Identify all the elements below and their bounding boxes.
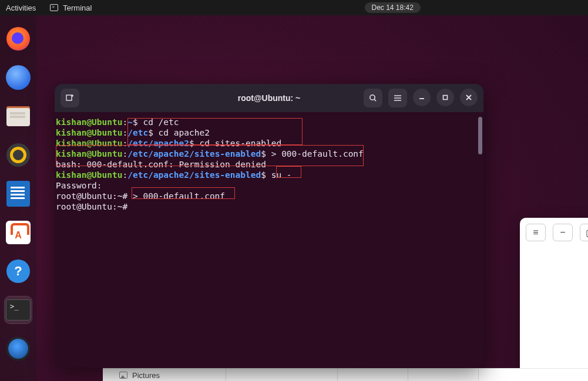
bg-hamburger-button[interactable]: ≡: [526, 224, 546, 241]
terminal-line: root@Ubuntu:~#: [55, 201, 483, 212]
svg-rect-0: [66, 95, 72, 100]
firefox-icon[interactable]: [4, 25, 32, 53]
search-icon: [368, 93, 378, 103]
terminal-line: bash: 000-default.conf: Permission denie…: [55, 159, 483, 170]
camera-icon[interactable]: [4, 335, 32, 363]
svg-rect-2: [443, 96, 448, 100]
terminal-window[interactable]: root@Ubuntu: ~ kisha: [55, 84, 483, 367]
search-button[interactable]: [364, 89, 382, 107]
terminal-line: kishan@Ubuntu:/etc$ cd apache2: [55, 127, 483, 138]
files-cell-empty-2: [338, 369, 408, 381]
new-tab-button[interactable]: [61, 89, 79, 107]
terminal-line: kishan@Ubuntu:/etc/apache2/sites-enabled…: [55, 170, 483, 180]
scrollbar-thumb[interactable]: [478, 117, 482, 154]
dock: ?: [0, 15, 36, 381]
close-button[interactable]: [460, 89, 478, 106]
minimize-icon: [418, 93, 426, 102]
bg-minimize-button[interactable]: −: [553, 224, 573, 241]
app-indicator-label: Terminal: [63, 4, 92, 12]
files-cell-empty-1: [226, 369, 338, 381]
app-indicator[interactable]: Terminal: [50, 4, 92, 12]
files-row-peek[interactable]: Pictures: [103, 368, 588, 381]
background-files-window[interactable]: ≡ − ▢: [520, 218, 588, 381]
terminal-line: root@Ubuntu:~# > 000-default.conf: [55, 191, 483, 201]
terminal-body[interactable]: kishan@Ubuntu:~$ cd /etckishan@Ubuntu:/e…: [55, 112, 483, 367]
files-cell-pictures[interactable]: Pictures: [115, 369, 226, 381]
rhythmbox-icon[interactable]: [4, 141, 32, 169]
activities-button[interactable]: Activities: [6, 4, 36, 12]
pictures-folder-icon: [119, 372, 127, 379]
hamburger-icon: [393, 93, 402, 103]
terminal-indicator-icon: [50, 4, 58, 11]
close-icon: [465, 93, 473, 102]
terminal-line: Password:: [55, 180, 483, 191]
files-cell-empty-3: [408, 369, 479, 381]
software-icon[interactable]: [4, 218, 32, 247]
minimize-button[interactable]: [413, 89, 431, 106]
bg-maximize-button[interactable]: ▢: [580, 224, 588, 241]
top-bar: Activities Terminal Dec 14 18:42: [0, 0, 588, 15]
thunderbird-icon[interactable]: [4, 63, 32, 92]
writer-icon[interactable]: [4, 180, 32, 208]
help-icon[interactable]: ?: [4, 257, 32, 285]
terminal-icon[interactable]: [4, 296, 32, 324]
terminal-line: kishan@Ubuntu:~$ cd /etc: [55, 117, 483, 127]
terminal-header[interactable]: root@Ubuntu: ~: [55, 84, 483, 112]
maximize-icon: [441, 93, 449, 102]
terminal-line: kishan@Ubuntu:/etc/apache2/sites-enabled…: [55, 149, 483, 159]
files-icon[interactable]: [4, 102, 32, 130]
clock[interactable]: Dec 14 18:42: [365, 2, 421, 13]
hamburger-button[interactable]: [388, 89, 407, 107]
terminal-line: kishan@Ubuntu:/etc/apache2$ cd sites-ena…: [55, 138, 483, 149]
svg-point-1: [370, 95, 375, 100]
files-cell-label: Pictures: [132, 371, 160, 380]
maximize-button[interactable]: [436, 89, 454, 106]
desktop: ? ≡ − ▢ Pictures root@Ubuntu: ~: [0, 15, 588, 381]
new-tab-icon: [65, 93, 75, 103]
